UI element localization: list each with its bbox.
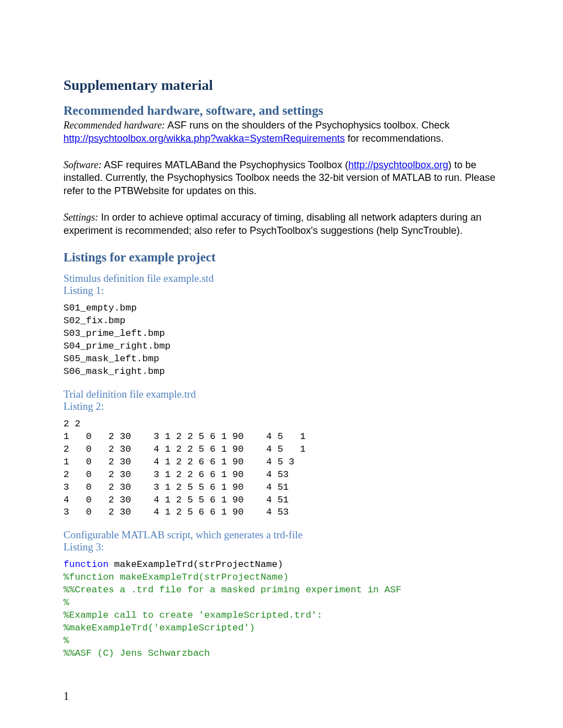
subheading-listing2: Trial definition file example.trd — [63, 388, 500, 400]
label-listing2: Listing 2: — [63, 400, 500, 413]
page-title: Supplementary material — [63, 77, 500, 94]
code-keyword-function: function — [63, 559, 109, 570]
code-listing3: function makeExampleTrd(strProjectName) … — [63, 559, 500, 660]
subheading-listing3: Configurable MATLAB script, which genera… — [63, 529, 500, 541]
para-software: Software: ASF requires MATLABand the Psy… — [63, 159, 500, 198]
para-settings: Settings: In order to achieve optimal ac… — [63, 211, 500, 238]
label-software: Software: — [63, 159, 102, 170]
document-page: Supplementary material Recommended hardw… — [0, 0, 563, 728]
text-settings: In order to achieve optimal accuracy of … — [63, 212, 481, 236]
code-listing2: 2 2 1 0 2 30 3 1 2 2 5 6 1 90 4 5 1 2 0 … — [63, 418, 500, 520]
code-listing1: S01_empty.bmp S02_fix.bmp S03_prime_left… — [63, 302, 500, 378]
label-hardware: Recommended hardware: — [63, 120, 165, 131]
label-listing3: Listing 3: — [63, 541, 500, 553]
link-sysreq[interactable]: http://psychtoolbox.org/wikka.php?wakka=… — [63, 133, 345, 144]
link-ptb[interactable]: http://psychtoolbox.org — [348, 159, 448, 170]
code-fn-decl: makeExampleTrd(strProjectName) — [109, 559, 283, 570]
para-hardware: Recommended hardware: ASF runs on the sh… — [63, 119, 500, 146]
label-settings: Settings: — [63, 212, 98, 223]
text-hardware-after: for recommendations. — [345, 133, 444, 144]
label-listing1: Listing 1: — [63, 285, 500, 297]
code-comments: %function makeExampleTrd(strProjectName)… — [63, 572, 401, 659]
subheading-listing1: Stimulus definition file example.std — [63, 272, 500, 285]
page-number: 1 — [63, 690, 69, 703]
text-software-before: ASF requires MATLABand the Psychophysics… — [102, 159, 348, 170]
heading-recommended: Recommended hardware, software, and sett… — [63, 104, 500, 118]
text-hardware-before: ASF runs on the shoulders of the Psychop… — [165, 120, 449, 131]
heading-listings: Listings for example project — [63, 250, 500, 265]
